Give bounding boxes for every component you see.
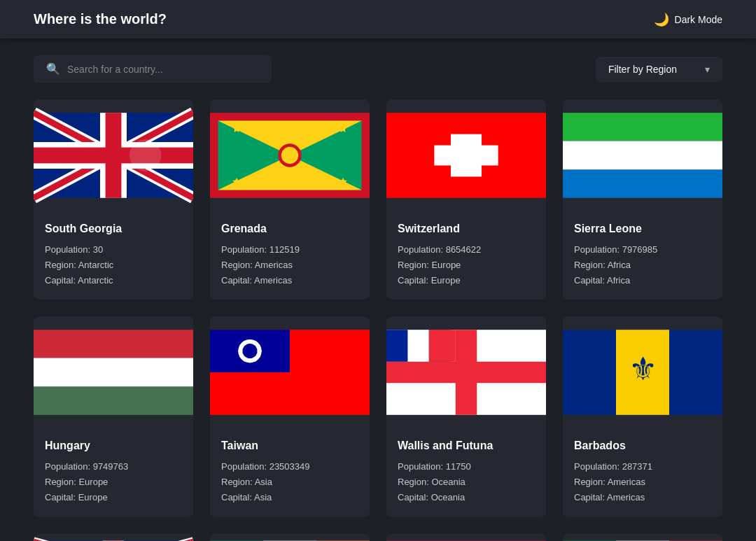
app-header: Where is the world? 🌙 Dark Mode	[0, 0, 756, 38]
card-body: South GeorgiaPopulation: 30Region: Antar…	[34, 211, 193, 300]
card-body: Sierra LeonePopulation: 7976985Region: A…	[563, 211, 722, 300]
country-card[interactable]: HungaryPopulation: 9749763Region: Europe…	[34, 316, 193, 517]
svg-rect-32	[34, 330, 193, 358]
country-info: Population: 11750Region: OceaniaCapital:…	[398, 459, 535, 505]
svg-rect-33	[34, 358, 193, 387]
country-name: Hungary	[45, 440, 182, 452]
country-info: Population: 287371Region: AmericasCapita…	[574, 459, 711, 505]
card-body: Wallis and FutunaPopulation: 11750Region…	[386, 428, 546, 517]
svg-rect-55	[407, 330, 428, 362]
partial-row	[0, 534, 756, 541]
partial-card-2[interactable]	[210, 534, 370, 541]
moon-icon: 🌙	[654, 12, 669, 27]
partial-flag-1	[34, 534, 193, 541]
country-name: South Georgia	[45, 223, 182, 235]
country-card[interactable]: SwitzerlandPopulation: 8654622Region: Eu…	[386, 99, 546, 300]
partial-card-1[interactable]	[34, 534, 193, 541]
country-card[interactable]: Sierra LeonePopulation: 7976985Region: A…	[563, 99, 722, 300]
svg-rect-28	[434, 146, 498, 166]
flag-container	[210, 99, 370, 211]
red-partial-flag-svg	[386, 534, 546, 541]
chevron-down-icon: ▾	[705, 64, 710, 75]
svg-text:⚜: ⚜	[629, 352, 657, 388]
country-name: Switzerland	[398, 223, 535, 235]
svg-point-15	[281, 147, 298, 164]
country-name: Grenada	[221, 223, 358, 235]
italy-partial-flag-svg	[563, 534, 722, 541]
country-info: Population: 30Region: AntarcticCapital: …	[45, 242, 182, 288]
uk-partial-flag-svg	[34, 534, 193, 541]
partial-flag-3	[386, 534, 546, 541]
svg-rect-53	[386, 362, 546, 383]
partial-card-3[interactable]	[386, 534, 546, 541]
country-card[interactable]: GrenadaPopulation: 112519Region: America…	[210, 99, 370, 300]
flag-container: ⚜	[563, 316, 722, 428]
country-name: Barbados	[574, 440, 711, 452]
card-body: HungaryPopulation: 9749763Region: Europe…	[34, 428, 193, 517]
flag-container	[34, 99, 193, 211]
partial-card-4[interactable]	[563, 534, 722, 541]
app-title: Where is the world?	[34, 11, 167, 27]
flag-container	[386, 316, 546, 428]
svg-rect-30	[563, 141, 722, 169]
country-info: Population: 9749763Region: EuropeCapital…	[45, 459, 182, 505]
dark-mode-toggle[interactable]: 🌙 Dark Mode	[654, 12, 722, 27]
svg-rect-56	[429, 330, 456, 362]
svg-rect-34	[34, 387, 193, 415]
search-icon: 🔍	[46, 62, 60, 76]
controls-bar: 🔍 Filter by Region ▾	[0, 38, 756, 99]
country-name: Wallis and Futuna	[398, 440, 535, 452]
svg-rect-29	[563, 113, 722, 141]
countries-grid: South GeorgiaPopulation: 30Region: Antar…	[0, 99, 756, 534]
card-body: BarbadosPopulation: 287371Region: Americ…	[563, 428, 722, 517]
country-card[interactable]: South GeorgiaPopulation: 30Region: Antar…	[34, 99, 193, 300]
partial-flag-4	[563, 534, 722, 541]
flag-container	[386, 99, 546, 211]
filter-label: Filter by Region	[608, 64, 677, 75]
country-card[interactable]: TaiwanPopulation: 23503349Region: AsiaCa…	[210, 316, 370, 517]
country-name: Taiwan	[221, 440, 358, 452]
svg-point-38	[242, 344, 257, 358]
country-info: Population: 7976985Region: AfricaCapital…	[574, 242, 711, 288]
flag-container	[210, 316, 370, 428]
country-info: Population: 112519Region: AmericasCapita…	[221, 242, 358, 288]
svg-rect-59	[669, 330, 722, 415]
country-card[interactable]: ⚜BarbadosPopulation: 287371Region: Ameri…	[563, 316, 722, 517]
svg-rect-8	[34, 148, 193, 164]
dark-mode-label: Dark Mode	[675, 14, 722, 25]
country-name: Sierra Leone	[574, 223, 711, 235]
flag-container	[34, 316, 193, 428]
card-body: TaiwanPopulation: 23503349Region: AsiaCa…	[210, 428, 370, 517]
ireland-partial-flag-svg	[210, 534, 370, 541]
country-info: Population: 8654622Region: EuropeCapital…	[398, 242, 535, 288]
flag-container	[563, 99, 722, 211]
svg-rect-31	[563, 170, 722, 198]
search-box: 🔍	[34, 55, 272, 83]
card-body: SwitzerlandPopulation: 8654622Region: Eu…	[386, 211, 546, 300]
svg-rect-57	[563, 330, 616, 415]
svg-point-9	[130, 139, 162, 171]
search-input[interactable]	[67, 64, 259, 75]
partial-flag-2	[210, 534, 370, 541]
country-info: Population: 23503349Region: AsiaCapital:…	[221, 459, 358, 505]
card-body: GrenadaPopulation: 112519Region: America…	[210, 211, 370, 300]
country-card[interactable]: Wallis and FutunaPopulation: 11750Region…	[386, 316, 546, 517]
filter-dropdown[interactable]: Filter by Region ▾	[596, 57, 722, 82]
